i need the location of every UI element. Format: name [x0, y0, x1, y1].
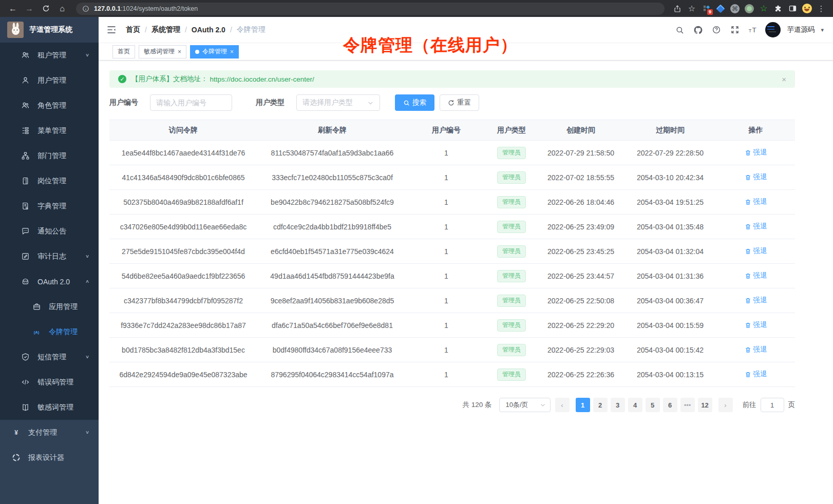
browser-forward-icon[interactable]: → [22, 2, 37, 15]
sidebar-item-OAuth 2.0[interactable]: OAuth 2.0∧ [0, 269, 99, 294]
command-extension-icon[interactable]: ⌘ [728, 2, 742, 15]
extension-grid-icon[interactable]: 9 [699, 2, 713, 15]
chevron-down-icon[interactable]: ▾ [821, 27, 824, 33]
sidebar-item-字典管理[interactable]: 字典管理 [0, 193, 99, 219]
sidebar-item-部门管理[interactable]: 部门管理 [0, 143, 99, 168]
sidebar-item-岗位管理[interactable]: 岗位管理 [0, 168, 99, 193]
sidebar-item-用户管理[interactable]: 用户管理 [0, 68, 99, 93]
force-logout-button[interactable]: 强退 [745, 246, 767, 256]
page-ellipsis[interactable]: ••• [680, 398, 695, 412]
user-id-input[interactable] [150, 94, 232, 111]
tab-敏感词管理[interactable]: 敏感词管理× [139, 45, 186, 59]
sidebar-item-短信管理[interactable]: 短信管理∨ [0, 344, 99, 370]
table-cell: 2022-07-29 22:28:50 [624, 141, 716, 165]
chevron-down-icon: ∨ [85, 254, 89, 259]
force-logout-button[interactable]: 强退 [745, 197, 767, 206]
page-button-1[interactable]: 1 [576, 398, 590, 412]
fullscreen-icon[interactable] [728, 23, 742, 36]
breadcrumb-item[interactable]: 系统管理 [152, 25, 180, 34]
tab-close-icon[interactable]: × [230, 48, 234, 55]
force-logout-button[interactable]: 强退 [745, 296, 767, 305]
table-cell: 2054-03-04 00:15:59 [624, 313, 716, 338]
sidebar-item-报表设计器[interactable]: 报表设计器 [0, 445, 99, 470]
sidebar-item-支付管理[interactable]: ¥支付管理∨ [0, 420, 99, 445]
table-cell: 管理员 [485, 264, 538, 288]
tab-close-icon[interactable]: × [178, 48, 181, 55]
force-logout-button[interactable]: 强退 [745, 370, 767, 379]
table-row: c347026e805e4d99b0d116eae66eda8ccdfc4ce9… [109, 215, 795, 239]
site-info-icon[interactable] [82, 5, 89, 12]
sidebar-item-应用管理[interactable]: 应用管理 [0, 294, 99, 319]
table-cell: 2022-07-02 18:55:55 [538, 165, 624, 190]
browser-menu-icon[interactable]: ⋮ [815, 2, 828, 15]
alert-close-icon[interactable]: × [782, 75, 786, 84]
tab-label: 首页 [118, 47, 130, 56]
font-size-icon[interactable]: TT [747, 23, 760, 36]
address-bar[interactable]: 127.0.0.1:1024/system/oauth2/token [76, 3, 665, 15]
breadcrumb-item[interactable]: 首页 [126, 25, 140, 34]
force-logout-button[interactable]: 强退 [745, 271, 767, 280]
table-cell: e6cfd40eb1f54571a31e775e039c4624 [257, 239, 407, 264]
alert-doc-link[interactable]: https://doc.iocoder.cn/user-center/ [210, 75, 314, 83]
page-button-2[interactable]: 2 [593, 398, 608, 412]
sidebar-item-敏感词管理[interactable]: 敏感词管理 [0, 395, 99, 420]
puzzle-extensions-icon[interactable] [771, 2, 785, 15]
search-icon[interactable] [673, 23, 686, 36]
sidebar-fold-icon[interactable] [106, 25, 117, 35]
tab-首页[interactable]: 首页 [112, 45, 135, 59]
tab-令牌管理[interactable]: 令牌管理× [190, 45, 239, 59]
breadcrumb-item[interactable]: OAuth 2.0 [192, 26, 225, 34]
share-icon[interactable] [671, 2, 684, 15]
page-button-12[interactable]: 12 [698, 398, 712, 412]
sidebar-menu: 租户管理∨用户管理角色管理菜单管理部门管理岗位管理字典管理通知公告审计日志∨OA… [0, 43, 99, 504]
page-button-6[interactable]: 6 [663, 398, 677, 412]
star-extension-icon[interactable]: ☆ [757, 2, 770, 15]
help-icon[interactable] [710, 23, 723, 36]
sidebar-item-通知公告[interactable]: 通知公告 [0, 219, 99, 244]
token-table: 访问令牌刷新令牌用户编号用户类型创建时间过期时间操作 1ea5e44f8bc14… [109, 120, 795, 387]
circle-extension-icon[interactable] [743, 2, 756, 15]
sidebar-item-角色管理[interactable]: 角色管理 [0, 93, 99, 118]
sidebar-item-菜单管理[interactable]: 菜单管理 [0, 118, 99, 143]
browser-home-icon[interactable]: ⌂ [54, 2, 70, 15]
browser-reload-icon[interactable] [38, 2, 53, 15]
doc-alert-banner: ✓ 【用户体系】文档地址： https://doc.iocoder.cn/use… [109, 70, 795, 88]
chevron-up-icon: ∧ [85, 279, 89, 284]
force-logout-button[interactable]: 强退 [745, 222, 767, 231]
user-type-badge: 管理员 [497, 196, 526, 208]
robot-icon [21, 277, 30, 286]
page-button-4[interactable]: 4 [628, 398, 642, 412]
prev-page-button[interactable]: ‹ [555, 398, 570, 412]
force-logout-button[interactable]: 强退 [745, 320, 767, 329]
github-icon[interactable] [691, 23, 705, 36]
next-page-button[interactable]: › [718, 398, 733, 412]
breadcrumb-separator: / [185, 26, 187, 34]
page-button-3[interactable]: 3 [611, 398, 625, 412]
table-cell: 1 [407, 239, 485, 264]
user-type-select[interactable]: 请选择用户类型 [296, 94, 380, 111]
page-button-5[interactable]: 5 [646, 398, 660, 412]
side-panel-icon[interactable] [786, 2, 799, 15]
bookmark-star-icon[interactable]: ☆ [685, 2, 698, 15]
table-cell: c342377bf8b344799dcbf7bf095287f2 [109, 288, 257, 313]
force-logout-button[interactable]: 强退 [745, 148, 767, 157]
app-logo[interactable]: 芋道管理系统 [0, 17, 99, 43]
user-avatar[interactable] [765, 22, 781, 37]
table-cell: 275e5de9151045fe87cbdc395e004f4d [109, 239, 257, 264]
force-logout-button[interactable]: 强退 [745, 172, 767, 182]
sidebar-item-审计日志[interactable]: 审计日志∨ [0, 244, 99, 269]
browser-back-icon[interactable]: ← [5, 2, 21, 15]
reset-button[interactable]: 重置 [440, 94, 479, 111]
sidebar-item-令牌管理[interactable]: (A)令牌管理 [0, 319, 99, 344]
profile-avatar-icon[interactable] [800, 2, 813, 15]
search-button[interactable]: 搜索 [395, 94, 434, 111]
force-logout-button[interactable]: 强退 [745, 345, 767, 354]
column-header: 用户编号 [407, 120, 485, 141]
gem-extension-icon[interactable] [714, 2, 727, 15]
sidebar-item-错误码管理[interactable]: 错误码管理 [0, 370, 99, 395]
page-size-select[interactable]: 10条/页 [499, 398, 551, 412]
goto-page-input[interactable] [761, 398, 784, 412]
sidebar-item-租户管理[interactable]: 租户管理∨ [0, 43, 99, 68]
user-name[interactable]: 芋道源码 [787, 25, 815, 34]
users-icon [21, 101, 30, 110]
